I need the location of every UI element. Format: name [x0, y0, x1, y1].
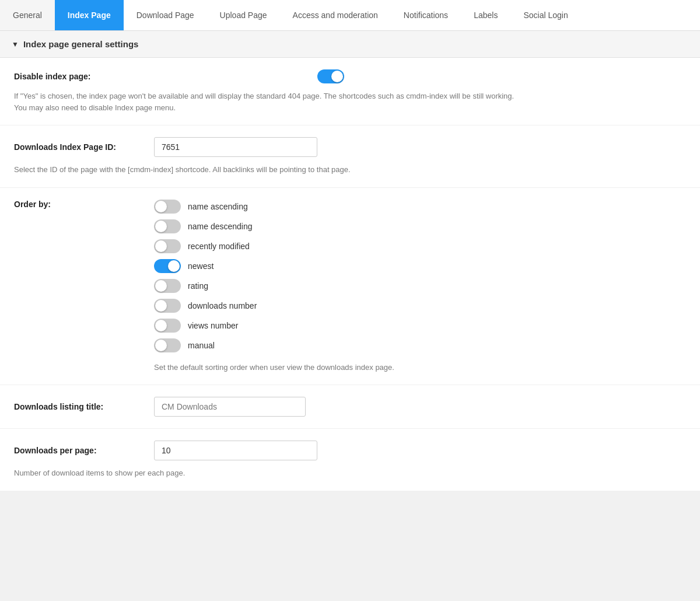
tab-index-page[interactable]: Index Page	[55, 0, 124, 30]
downloads-per-page-description: Number of download items to show per eac…	[14, 467, 686, 479]
tab-access-moderation[interactable]: Access and moderation	[280, 0, 391, 30]
order-option-name-descending: name descending	[154, 219, 686, 233]
toggle-thumb	[168, 260, 180, 272]
collapse-arrow-icon: ▼	[12, 40, 19, 48]
order-toggle-views-number[interactable]	[154, 319, 181, 333]
downloads-per-page-row: Downloads per page: Number of download i…	[0, 429, 700, 491]
disable-index-row: Disable index page: If "Yes" is chosen, …	[0, 58, 700, 125]
order-toggle-name-descending[interactable]	[154, 219, 181, 233]
order-label-newest: newest	[188, 261, 214, 271]
downloads-index-id-input[interactable]	[154, 137, 317, 157]
order-toggle-rating[interactable]	[154, 279, 181, 293]
order-label-views-number: views number	[188, 321, 238, 330]
toggle-thumb	[331, 71, 343, 82]
tab-labels[interactable]: Labels	[461, 0, 510, 30]
disable-index-description: If "Yes" is chosen, the index page won't…	[14, 90, 686, 113]
downloads-per-page-label: Downloads per page:	[14, 446, 142, 455]
downloads-per-page-input[interactable]	[154, 441, 317, 460]
order-toggle-name-ascending[interactable]	[154, 200, 181, 214]
order-option-downloads-number: downloads number	[154, 299, 686, 313]
tab-general[interactable]: General	[0, 0, 55, 30]
toggle-thumb	[155, 201, 167, 212]
toggle-thumb	[155, 240, 167, 252]
order-option-manual: manual	[154, 338, 686, 352]
order-option-rating: rating	[154, 279, 686, 293]
downloads-listing-title-input[interactable]	[154, 397, 306, 417]
disable-index-toggle[interactable]	[317, 69, 344, 83]
toggle-thumb	[155, 320, 167, 331]
downloads-index-id-description: Select the ID of the page with the [cmdm…	[14, 164, 686, 176]
order-label-downloads-number: downloads number	[188, 301, 257, 310]
toggle-thumb	[155, 300, 167, 312]
order-toggle-newest[interactable]	[154, 259, 181, 273]
section-title: Index page general settings	[23, 39, 139, 49]
order-option-views-number: views number	[154, 319, 686, 333]
tab-social-login[interactable]: Social Login	[510, 0, 580, 30]
order-label-manual: manual	[188, 341, 215, 350]
settings-content: ▼ Index page general settings Disable in…	[0, 31, 700, 491]
order-toggle-manual[interactable]	[154, 338, 181, 352]
section-header: ▼ Index page general settings	[0, 31, 700, 58]
disable-index-label: Disable index page:	[14, 72, 142, 81]
downloads-index-id-row: Downloads Index Page ID: Select the ID o…	[0, 125, 700, 188]
order-toggle-recently-modified[interactable]	[154, 239, 181, 253]
order-option-newest: newest	[154, 259, 686, 273]
toggle-thumb	[155, 340, 167, 351]
tab-download-page[interactable]: Download Page	[124, 0, 207, 30]
order-by-row: Order by: name ascendingname descendingr…	[0, 188, 700, 386]
order-option-recently-modified: recently modified	[154, 239, 686, 253]
order-label-name-ascending: name ascending	[188, 202, 248, 211]
order-option-name-ascending: name ascending	[154, 200, 686, 214]
tab-notifications[interactable]: Notifications	[391, 0, 461, 30]
order-by-label: Order by:	[14, 200, 142, 209]
order-options: name ascendingname descendingrecently mo…	[154, 200, 686, 352]
tabs-bar: GeneralIndex PageDownload PageUpload Pag…	[0, 0, 700, 31]
order-label-name-descending: name descending	[188, 222, 253, 231]
order-label-recently-modified: recently modified	[188, 242, 250, 251]
order-toggle-downloads-number[interactable]	[154, 299, 181, 313]
downloads-listing-title-row: Downloads listing title:	[0, 385, 700, 429]
order-label-rating: rating	[188, 281, 208, 291]
downloads-listing-title-label: Downloads listing title:	[14, 402, 142, 411]
downloads-index-id-label: Downloads Index Page ID:	[14, 142, 142, 152]
toggle-thumb	[155, 280, 167, 292]
toggle-thumb	[155, 221, 167, 232]
order-by-description: Set the default sorting order when user …	[154, 362, 686, 373]
tab-upload-page[interactable]: Upload Page	[207, 0, 280, 30]
